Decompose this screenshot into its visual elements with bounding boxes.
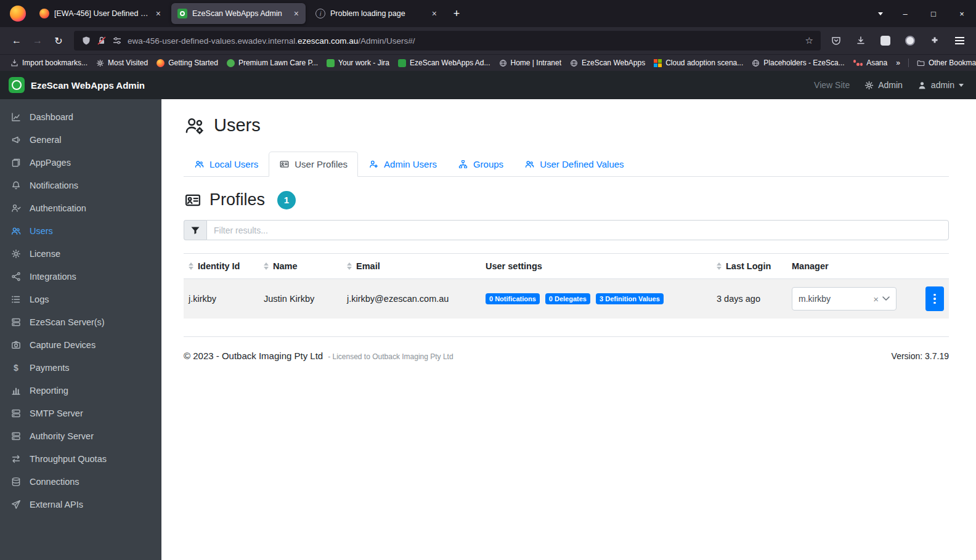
maximize-button[interactable]: □ [919,0,948,27]
brand[interactable]: EzeScan WebApps Admin [0,77,161,93]
account-profile-icon[interactable] [900,30,921,51]
separator [908,59,909,67]
bookmark-jira[interactable]: Your work - Jira [322,57,394,69]
firefox-icon[interactable] [10,6,26,22]
paper-plane-icon [11,500,21,509]
reload-button[interactable]: ↻ [48,30,69,51]
tab-user-profiles[interactable]: User Profiles [269,152,358,177]
user-menu[interactable]: admin [917,80,964,90]
sidebar-item-license[interactable]: License [0,242,161,265]
extensions-puzzle-icon[interactable] [924,30,945,51]
filter-input[interactable] [206,220,949,240]
sidebar-item-capture-devices[interactable]: Capture Devices [0,333,161,356]
col-email[interactable]: Email [342,254,481,279]
sidebar-item-ezescan-servers[interactable]: EzeScan Server(s) [0,310,161,333]
sidebar-item-notifications[interactable]: Notifications [0,174,161,197]
sort-icon[interactable] [189,262,193,270]
sort-icon[interactable] [347,262,352,270]
sidebar-item-dashboard[interactable]: Dashboard [0,105,161,128]
bookmark-premium-lawn[interactable]: Premium Lawn Care P... [222,57,322,69]
back-button[interactable]: ← [6,30,27,51]
bookmark-asana[interactable]: Asana [849,57,892,69]
bookmark-getting-started[interactable]: Getting Started [152,57,222,69]
tab-user-defined-values[interactable]: User Defined Values [514,152,634,177]
sidebar-item-users[interactable]: Users [0,219,161,242]
sort-icon[interactable] [264,262,269,270]
url-bar[interactable]: ewa-456-user-defined-values.ewadev.inter… [74,31,821,51]
authority-server-icon [11,431,21,441]
close-tab-icon[interactable]: × [154,9,163,18]
cell-manager: m.kirkby × [787,279,914,319]
chevron-down-icon[interactable] [882,296,890,301]
permissions-icon[interactable] [112,36,122,46]
col-name[interactable]: Name [259,254,342,279]
close-tab-icon[interactable]: × [430,9,439,18]
close-tab-icon[interactable]: × [292,9,301,18]
manager-select[interactable]: m.kirkby × [792,287,897,310]
tab-list-chevron-icon[interactable] [870,3,891,24]
pocket-icon[interactable] [826,30,847,51]
bookmark-most-visited[interactable]: Most Visited [92,57,152,69]
sidebar-item-reporting[interactable]: Reporting [0,379,161,402]
bookmarks-overflow-chevron[interactable]: » [892,57,905,69]
bookmark-placeholders[interactable]: Placeholders - EzeSca... [747,57,848,69]
cell-identity-id: j.kirkby [184,279,259,319]
browser-titlebar: [EWA-456] User Defined values × EzeScan … [0,0,976,27]
forward-button[interactable]: → [27,30,48,51]
sidebar-item-throughput-quotas[interactable]: Throughput Quotas [0,447,161,470]
browser-tab-1[interactable]: [EWA-456] User Defined values × [33,3,168,24]
row-actions-button[interactable] [925,286,944,311]
bookmark-star-icon[interactable]: ☆ [805,35,813,46]
col-identity-id[interactable]: Identity Id [184,254,259,279]
sidebar-item-authority-server[interactable]: Authority Server [0,424,161,447]
browser-navbar: ← → ↻ ewa-456-user-defined-values.ewadev… [0,27,976,54]
downloads-icon[interactable] [850,30,871,51]
jira-favicon [327,59,335,67]
sidebar-item-external-apis[interactable]: External APIs [0,493,161,516]
notifications-badge[interactable]: 0 Notifications [486,293,540,304]
browser-tab-3[interactable]: Problem loading page × [309,3,444,24]
sidebar-item-logs[interactable]: Logs [0,288,161,310]
bookmark-ezescan-webapps[interactable]: EzeScan WebApps [566,57,649,69]
camera-icon [11,340,21,350]
view-site-link[interactable]: View Site [814,80,850,90]
sidebar-item-payments[interactable]: $ Payments [0,356,161,379]
header-actions: View Site Admin admin [814,80,976,90]
col-last-login[interactable]: Last Login [712,254,787,279]
tab3-favicon [315,9,325,18]
bookmark-home-intranet[interactable]: Home | Intranet [495,57,566,69]
users-gear-icon [184,116,206,136]
gear-icon [864,81,874,90]
sidebar-item-integrations[interactable]: Integrations [0,265,161,288]
bookmark-cloud-adoption[interactable]: Cloud adoption scena... [649,57,747,69]
minimize-button[interactable]: – [891,0,919,27]
new-tab-button[interactable]: + [447,4,466,23]
bookmark-ezescan-admin[interactable]: EzeScan WebApps Ad... [394,57,495,69]
other-bookmarks-button[interactable]: Other Bookmarks [913,57,976,69]
tab-local-users[interactable]: Local Users [184,152,269,177]
id-card-icon [279,160,290,169]
browser-tab-2-active[interactable]: EzeScan WebApps Admin × [171,3,306,24]
insecure-lock-icon[interactable] [97,36,107,46]
delegates-badge[interactable]: 0 Delegates [545,293,590,304]
tab-groups[interactable]: Groups [447,152,514,177]
clear-selection-icon[interactable]: × [873,294,879,304]
sort-icon[interactable] [717,262,722,270]
sidebar-item-smtp-server[interactable]: SMTP Server [0,402,161,424]
sidebar-item-apppages[interactable]: AppPages [0,151,161,174]
url-text[interactable]: ewa-456-user-defined-values.ewadev.inter… [128,36,415,46]
tab-admin-users[interactable]: Admin Users [358,152,447,177]
bookmark-import[interactable]: Import bookmarks... [6,57,92,69]
cell-last-login: 3 days ago [712,279,787,319]
sidebar-item-connections[interactable]: Connections [0,470,161,493]
filter-funnel-button[interactable] [184,220,206,240]
extension-icon-1[interactable] [875,30,896,51]
sidebar-item-general[interactable]: General [0,128,161,151]
definition-values-badge[interactable]: 3 Definition Values [596,293,664,304]
admin-link[interactable]: Admin [864,80,903,90]
close-window-button[interactable]: × [948,0,976,27]
menu-hamburger-icon[interactable] [949,30,970,51]
sidebar-item-authentication[interactable]: Authentication [0,197,161,219]
tab-title: Problem loading page [330,9,425,18]
tracking-shield-icon[interactable] [81,36,91,46]
